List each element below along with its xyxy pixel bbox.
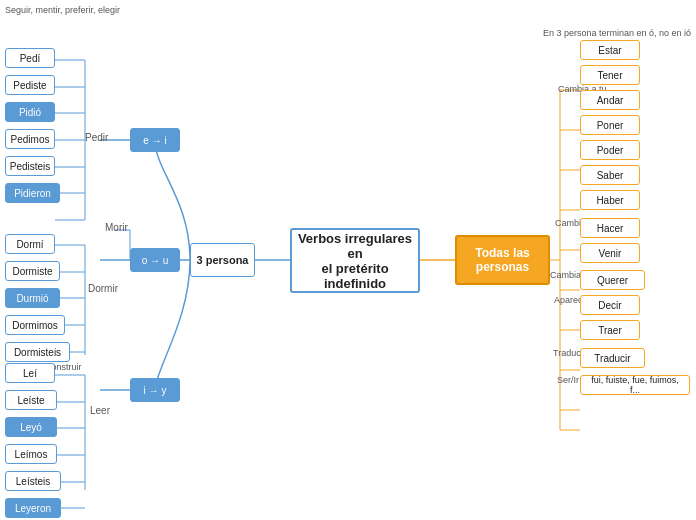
pediste: Pediste (5, 75, 55, 95)
morir-label: Morir (105, 222, 128, 233)
venir: Venir (580, 243, 640, 263)
o-to-u-connector: o → u (130, 248, 180, 272)
dormir-label: Dormir (88, 283, 118, 294)
haber: Haber (580, 190, 640, 210)
dormisteis: Dormisteis (5, 342, 70, 362)
pedisteis: Pedisteis (5, 156, 55, 176)
hacer: Hacer (580, 218, 640, 238)
i-to-y-connector: i → y (130, 378, 180, 402)
e-to-i-connector: e → i (130, 128, 180, 152)
note-top-left: Seguir, mentir, preferir, elegir (5, 5, 120, 15)
durmio: Durmió (5, 288, 60, 308)
3-persona-node: 3 persona (190, 243, 255, 277)
leyo: Leyó (5, 417, 57, 437)
lei: Leí (5, 363, 55, 383)
dormimos: Dormimos (5, 315, 65, 335)
pidieron: Pidieron (5, 183, 60, 203)
poner: Poner (580, 115, 640, 135)
saber: Saber (580, 165, 640, 185)
traer: Traer (580, 320, 640, 340)
pedir-label: Pedir (85, 132, 108, 143)
dormiste: Dormiste (5, 261, 60, 281)
dormi: Dormí (5, 234, 55, 254)
querer: Querer (580, 270, 645, 290)
poder: Poder (580, 140, 640, 160)
todas-personas-node: Todas las personas (455, 235, 550, 285)
pedi: Pedí (5, 48, 55, 68)
note-top-right: En 3 persona terminan en ó, no en ió (543, 28, 691, 38)
central-node: Verbos irregulares en el pretérito indef… (290, 228, 420, 293)
pedimos: Pedimos (5, 129, 55, 149)
leisteis: Leísteis (5, 471, 61, 491)
leimos: Leímos (5, 444, 57, 464)
tener: Tener (580, 65, 640, 85)
pidio: Pidió (5, 102, 55, 122)
estar: Estar (580, 40, 640, 60)
serir-label: Ser/Ir (557, 375, 579, 385)
decir: Decir (580, 295, 640, 315)
leyeron: Leyeron (5, 498, 61, 518)
leiste: Leíste (5, 390, 57, 410)
andar: Andar (580, 90, 640, 110)
traducir: Traducir (580, 348, 645, 368)
leer-label: Leer (90, 405, 110, 416)
serir-forms: fui, fuiste, fue, fuimos, f... (580, 375, 690, 395)
